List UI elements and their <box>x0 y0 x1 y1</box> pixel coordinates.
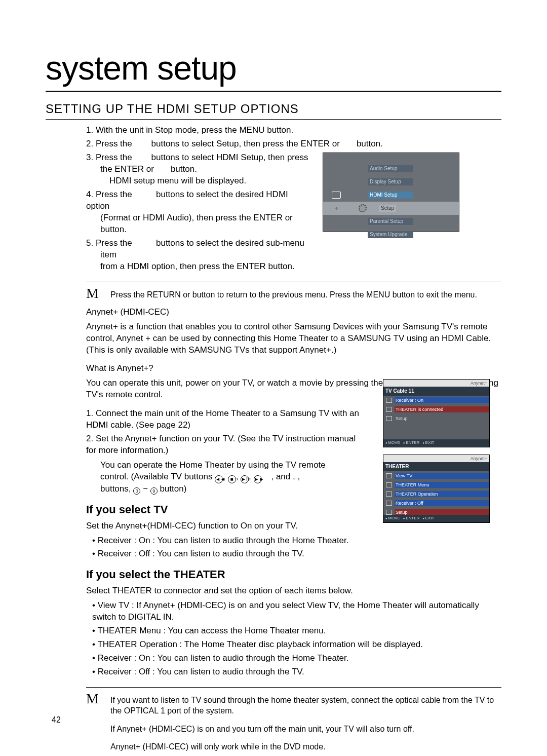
note-text: If you want to listen to TV sound throug… <box>110 692 501 716</box>
osd3-exit: EXIT <box>422 516 434 521</box>
select-theater-b1: View TV : If Anynet+ (HDMI-CEC) is on an… <box>92 600 501 623</box>
anynet-brand: Anynet+ <box>471 381 487 386</box>
osd2-move: MOVE <box>385 440 400 446</box>
t: the ENTER or <box>100 164 154 174</box>
step-3: Press the buttons to select HDMI Setup, … <box>86 152 309 187</box>
anynet-what-q: What is Anynet+? <box>86 363 501 374</box>
note-text: Anynet+ (HDMI-CEC) will only work while … <box>110 738 501 752</box>
t: control. (Available TV buttons <box>100 472 212 481</box>
select-tv-b1: Receiver : On : You can listen to audio … <box>92 535 349 547</box>
osd-audio-setup: Audio Setup <box>368 165 413 172</box>
osd2-exit: EXIT <box>422 440 434 446</box>
osd3-enter: ENTER <box>403 516 419 521</box>
t: Press the <box>96 153 132 162</box>
anynet-brand: Anynet+ <box>471 456 487 461</box>
t: Press the <box>96 238 132 248</box>
osd-tv-cable-menu: Anynet+ TV Cable 11 Receiver : On THEATE… <box>383 379 490 447</box>
osd3-r1: View TV <box>395 473 489 479</box>
square-icon <box>386 492 392 497</box>
step-1: With the unit in Stop mode, press the ME… <box>86 125 501 136</box>
t: (Format or HDMI Audio), then press the E… <box>86 212 309 224</box>
page-number: 42 <box>52 714 61 726</box>
square-icon <box>386 473 392 478</box>
num-0-icon: 0 <box>133 487 140 495</box>
note-return-menu: M Press the RETURN or button to return t… <box>86 286 501 300</box>
osd3-title: THEATER <box>383 462 489 471</box>
t: You can operate the Home Theater by usin… <box>86 460 360 471</box>
t: button. <box>171 164 197 174</box>
num-9-icon: 9 <box>150 487 158 495</box>
gear-icon <box>359 204 367 212</box>
select-tv-l1: Set the Anynet+(HDMI-CEC) function to On… <box>86 520 349 532</box>
t: Press the <box>96 190 132 199</box>
square-icon <box>386 482 392 487</box>
anynet-heading: Anynet+ (HDMI-CEC) <box>86 307 501 318</box>
select-theater-heading: If you select the THEATER <box>86 567 501 582</box>
forward-icon: ►► <box>254 475 262 483</box>
osd-display-setup: Display Setup <box>368 178 413 185</box>
osd-parental-setup: Parental Setup <box>368 218 413 225</box>
osd3-r5: Setup <box>395 509 489 515</box>
final-note-3: Anynet+ (HDMI-CEC) will only work while … <box>86 738 501 752</box>
select-theater-l1: Select THEATER to connector and set the … <box>86 585 501 597</box>
note-icon: M <box>86 286 101 300</box>
select-theater-b3: THEATER Operation : The Home Theater dis… <box>92 639 501 651</box>
select-theater-b5: Receiver : Off : You can listen to audio… <box>92 666 501 678</box>
t: buttons to select the desired sub-menu <box>156 238 304 248</box>
square-icon <box>386 407 392 412</box>
select-tv-b2: Receiver : Off : You can listen to audio… <box>92 548 349 560</box>
gear-icon <box>386 416 392 421</box>
osd-setup-tab: Setup <box>379 205 396 212</box>
gear-icon <box>386 510 392 515</box>
t: Set the Anynet+ function on your TV. (Se… <box>86 434 356 455</box>
anynet-desc: Anynet+ is a function that enables you t… <box>86 321 501 356</box>
osd-hdmi-setup-menu: Audio Setup Display Setup HDMI Setup ⟐ S… <box>323 153 459 232</box>
t: buttons to select HDMI Setup, then press <box>151 153 308 162</box>
step-2: Press the buttons to select Setup, then … <box>86 138 501 150</box>
step-1-text: With the unit in Stop mode, press the ME… <box>96 125 293 135</box>
step-4: Press the buttons to select the desired … <box>86 189 309 236</box>
t: Connect the main unit of the Home Theate… <box>86 408 359 430</box>
t: ~ <box>143 484 148 494</box>
stop-icon: ■ <box>228 475 236 483</box>
osd-system-upgrade: System Upgrade <box>368 231 413 238</box>
osd-hdmi-setup-selected: HDMI Setup <box>368 192 413 199</box>
select-theater-b2: THEATER Menu : You can access the Home T… <box>92 625 501 637</box>
osd3-r4: Receiver : Off <box>395 500 489 506</box>
osd-theater-menu: Anynet+ THEATER View TV THEATER Menu THE… <box>383 455 490 523</box>
t: button. <box>86 224 309 236</box>
osd3-move: MOVE <box>385 516 400 521</box>
t: from a HDMI option, then press the ENTER… <box>86 261 309 273</box>
note-icon: M <box>86 692 101 706</box>
select-theater-section: If you select the THEATER Select THEATER… <box>46 567 501 677</box>
t: buttons to select Setup, then press the … <box>151 139 340 148</box>
square-icon <box>386 501 392 506</box>
book-icon: ⟐ <box>323 205 349 212</box>
play-pause-icon: ►II <box>241 475 249 483</box>
anynet-step-2: Set the Anynet+ function on your TV. (Se… <box>86 433 360 495</box>
square-icon <box>386 398 392 403</box>
select-theater-b4: Receiver : On : You can listen to audio … <box>92 653 501 664</box>
page-title: system setup <box>46 46 501 92</box>
t: buttons, <box>100 484 131 494</box>
t: , and , , <box>271 472 300 481</box>
t: button) <box>160 484 186 494</box>
rewind-icon: ◄◄ <box>215 475 223 483</box>
t: button. <box>357 139 383 148</box>
osd3-r2: THEATER Menu <box>395 482 489 488</box>
t: item <box>86 249 309 261</box>
osd2-r2: THEATER is connected <box>395 406 489 412</box>
picture-icon <box>332 192 341 199</box>
note-text: If Anynet+ (HDMI-CEC) is on and you turn… <box>110 721 501 735</box>
osd2-r3: Setup <box>395 415 489 422</box>
final-note-2: If Anynet+ (HDMI-CEC) is on and you turn… <box>86 721 501 735</box>
section-heading: SETTING UP THE HDMI SETUP OPTIONS <box>46 101 501 120</box>
note-text: Press the RETURN or button to return to … <box>110 286 501 300</box>
t: Press the <box>96 139 132 148</box>
osd2-enter: ENTER <box>403 440 419 446</box>
osd2-r1: Receiver : On <box>395 397 489 403</box>
osd2-title: TV Cable 11 <box>383 387 489 396</box>
t: HDMI setup menu will be displayed. <box>86 175 309 187</box>
step-5: Press the buttons to select the desired … <box>86 238 309 273</box>
osd3-r3: THEATER Operation <box>395 491 489 497</box>
